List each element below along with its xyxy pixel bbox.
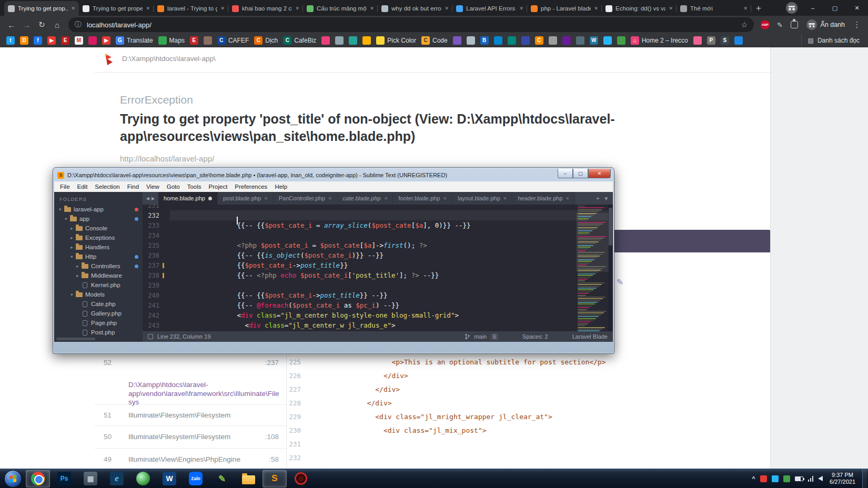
code-line[interactable]: 243 <div class="jl_m_center_w jl_radus_e… <box>143 320 613 330</box>
tab-close-icon[interactable]: ✕ <box>295 6 299 11</box>
tree-file-gallery-php[interactable]: Gallery.php <box>54 309 143 318</box>
bookmark-item[interactable] <box>576 36 584 45</box>
code-line[interactable]: 236 {{-- {{is_object($post_cate_i)}} --}… <box>143 250 613 260</box>
stack-frame[interactable]: 50 Illuminate\Filesystem\Filesystem :108 <box>94 426 286 449</box>
syntax-label[interactable]: Laravel Blade <box>572 333 608 340</box>
bookmark-item[interactable]: C <box>535 36 543 45</box>
tree-expand-icon[interactable]: ▸ <box>75 263 80 269</box>
bookmark-item[interactable]: S <box>721 36 729 45</box>
menu-goto[interactable]: Goto <box>163 184 184 190</box>
code-line[interactable]: 242 <div class="jl_m_center blog-style-o… <box>143 310 613 320</box>
menu-tools[interactable]: Tools <box>184 184 205 190</box>
tab-close-icon[interactable]: ✕ <box>443 196 447 201</box>
taskbar-folder-icon[interactable] <box>236 470 260 487</box>
hidden-icons-chevron[interactable]: ^ <box>752 475 755 482</box>
browser-tab[interactable]: Trying to get propert...✕ <box>79 1 154 16</box>
bookmark-item[interactable]: W <box>590 36 598 45</box>
tab-overflow-icon[interactable]: ▾ <box>604 195 608 202</box>
code-line[interactable]: 231 <box>143 205 613 210</box>
tab-close-icon[interactable]: ✕ <box>370 6 374 11</box>
menu-file[interactable]: File <box>56 184 74 190</box>
tree-folder-exceptions[interactable]: ▸Exceptions <box>54 233 143 242</box>
bookmark-item[interactable] <box>362 36 371 45</box>
tray-red-icon[interactable] <box>760 475 767 482</box>
menu-view[interactable]: View <box>143 184 163 190</box>
bookmark-item[interactable]: ▶ <box>102 36 110 45</box>
scrollbar-thumb[interactable] <box>609 208 612 246</box>
editor-tab[interactable]: PanController.php✕ <box>274 192 338 205</box>
code-line[interactable]: 237 {{$post_cate_i->post_title}} <box>143 260 613 270</box>
code-line[interactable]: 232 <box>143 210 613 220</box>
editor-tab[interactable]: home.blade.php <box>158 192 218 205</box>
browser-tab[interactable]: Echoing: dd() vs va...✕ <box>602 1 677 16</box>
code-line[interactable]: 233 {{-- {{$post_cate_i = array_slice($p… <box>143 220 613 230</box>
tray-shield-icon[interactable] <box>783 475 790 482</box>
tree-file-kernel-php[interactable]: Kernel.php <box>54 280 143 290</box>
sublime-editor[interactable]: 231232233 {{-- {{$post_cate_i = array_sl… <box>143 205 613 331</box>
tab-close-icon[interactable]: ✕ <box>594 6 598 11</box>
tree-expand-icon[interactable]: ▸ <box>69 245 75 250</box>
tree-folder-app[interactable]: ▾app <box>54 214 143 223</box>
incognito-profile-chip[interactable]: Ẩn danh <box>802 19 849 30</box>
code-line[interactable]: 239 <box>143 280 613 290</box>
tree-expand-icon[interactable]: ▾ <box>57 207 63 212</box>
tree-file-cate-php[interactable]: Cate.php <box>54 299 143 309</box>
tab-scroll-right-icon[interactable]: ▶ <box>152 196 155 201</box>
bookmark-item[interactable] <box>494 36 502 45</box>
code-line[interactable]: 241 {{-- @foreach($post_cate_i as $pc_i)… <box>143 300 613 310</box>
menu-edit[interactable]: Edit <box>74 184 92 190</box>
bookmark-item[interactable] <box>549 36 557 45</box>
bookmark-item[interactable] <box>349 36 357 45</box>
address-bar[interactable]: ⓘ ☆ <box>68 17 754 32</box>
show-desktop-button[interactable] <box>862 469 867 488</box>
window-close-button[interactable]: ✕ <box>846 0 868 16</box>
network-icon[interactable] <box>808 476 814 482</box>
bookmark-item[interactable] <box>617 36 625 45</box>
taskbar-zalo-icon[interactable]: Zalo <box>184 470 208 487</box>
bookmark-item[interactable] <box>88 36 97 45</box>
tree-file-post-php[interactable]: Post.php <box>54 328 143 337</box>
taskbar-notepad-icon[interactable]: ✎ <box>210 470 234 487</box>
address-bar-input[interactable] <box>86 21 737 29</box>
bookmark-item[interactable] <box>562 36 571 45</box>
bookmark-item[interactable]: CCode <box>421 36 448 45</box>
open-in-editor-icon[interactable]: ✎ <box>617 277 623 287</box>
reload-button[interactable]: ↻ <box>35 18 49 32</box>
taskbar-photos-icon[interactable] <box>131 470 155 487</box>
tab-scroll-left-icon[interactable]: ◀ <box>146 196 149 201</box>
reading-list-button[interactable]: ▤ Danh sách đọc <box>801 34 868 47</box>
code-line[interactable]: 240 {{-- {{$post_cate_i->post_title}} --… <box>143 290 613 300</box>
tree-expand-icon[interactable]: ▸ <box>75 273 80 278</box>
tree-folder-laravel-app[interactable]: ▾laravel-app <box>54 205 143 214</box>
taskbar-ie-icon[interactable]: e <box>105 470 129 487</box>
bookmark-item[interactable] <box>467 36 475 45</box>
browser-tab[interactable]: Thẻ mới✕ <box>677 1 751 16</box>
menu-project[interactable]: Project <box>205 184 231 190</box>
tab-close-icon[interactable]: ✕ <box>743 6 748 11</box>
browser-tab[interactable]: php - Laravel blade...✕ <box>527 1 602 16</box>
tab-close-icon[interactable]: ✕ <box>503 196 507 201</box>
bookmark-item[interactable]: M <box>75 36 83 45</box>
menu-preferences[interactable]: Preferences <box>231 184 271 190</box>
tab-close-icon[interactable]: ✕ <box>328 196 332 201</box>
editor-tab[interactable]: layout.blade.php✕ <box>452 192 512 205</box>
bookmark-item[interactable] <box>204 36 212 45</box>
code-line[interactable]: 244 <div class="jl_f_img_bg" style="back… <box>143 330 613 331</box>
bookmark-item[interactable]: Maps <box>158 36 185 45</box>
battery-icon[interactable] <box>795 476 803 481</box>
tree-folder-models[interactable]: ▾Models <box>54 290 143 299</box>
bookmark-item[interactable] <box>603 36 612 45</box>
window-minimize-button[interactable]: – <box>802 0 824 16</box>
home-button[interactable]: ⌂ <box>50 18 64 32</box>
browser-tab[interactable]: Cấu trúc mảng một ...✕ <box>303 1 378 16</box>
tab-close-icon[interactable]: ✕ <box>384 196 388 201</box>
editor-tab[interactable]: header.blade.php✕ <box>512 192 575 205</box>
tab-close-icon[interactable]: ✕ <box>146 6 150 11</box>
taskbar-clock[interactable]: 9:37 PM 6/27/2021 <box>830 472 855 486</box>
code-line[interactable]: 235 <?php $post_cate_i = $post_cate[$a]-… <box>143 240 613 250</box>
new-tab-button[interactable]: + <box>751 1 766 16</box>
tab-scroll-arrows[interactable]: ◀▶ <box>143 192 158 205</box>
tree-file-page-php[interactable]: Page.php <box>54 318 143 328</box>
code-line[interactable]: 234 <box>143 230 613 240</box>
bookmark-item[interactable]: P <box>707 36 715 45</box>
